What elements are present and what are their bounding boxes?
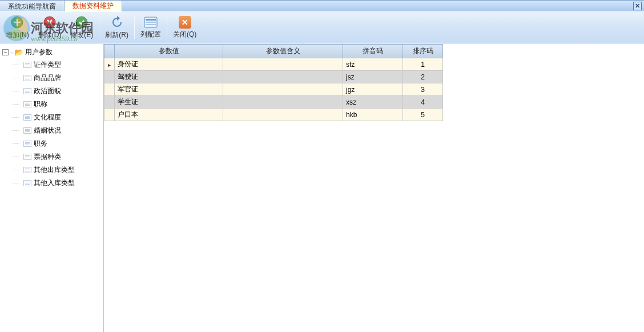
table-row[interactable]: 身份证sfz1 [104, 58, 443, 71]
list-icon [23, 180, 31, 186]
tree-item[interactable]: ┈┈职务 [9, 137, 102, 150]
columns-icon [144, 15, 158, 29]
close-label: 关闭(Q) [173, 30, 196, 39]
refresh-icon [110, 15, 124, 29]
cell-pinyin[interactable]: hkb [343, 109, 403, 121]
cell-param[interactable]: 军官证 [115, 83, 223, 96]
tree-item-label: 文化程度 [34, 113, 61, 122]
cell-sort[interactable]: 1 [403, 58, 443, 71]
main-area: − ··· 📂 用户参数 ┈┈证件类型┈┈商品品牌┈┈政治面貌┈┈职称┈┈文化程… [0, 43, 644, 332]
row-indicator[interactable] [104, 109, 115, 121]
list-icon [23, 114, 31, 121]
cell-param[interactable]: 学生证 [115, 96, 223, 109]
row-indicator[interactable] [104, 71, 115, 83]
tree-item[interactable]: ┈┈证件类型 [9, 58, 102, 71]
tree-root-label: 用户参数 [25, 47, 53, 57]
tree-item-label: 其他入库类型 [34, 178, 75, 188]
row-indicator[interactable] [104, 58, 115, 71]
cell-meaning[interactable] [223, 109, 343, 121]
list-icon [23, 154, 31, 160]
cell-pinyin[interactable]: jsz [343, 71, 403, 83]
tree-item-label: 票据种类 [34, 152, 61, 162]
tree-item-label: 其他出库类型 [34, 165, 75, 175]
delete-button[interactable]: 删除(D) [34, 13, 66, 42]
tree-item-label: 证件类型 [34, 60, 61, 70]
toolbar-separator [167, 16, 167, 39]
cell-sort[interactable]: 5 [403, 109, 443, 121]
svg-rect-6 [146, 24, 156, 25]
delete-icon [43, 15, 57, 29]
cell-pinyin[interactable]: xsz [343, 96, 403, 109]
toolbar-separator [99, 16, 99, 39]
cell-sort[interactable]: 4 [403, 96, 443, 109]
cell-param[interactable]: 身份证 [115, 58, 223, 71]
list-icon [23, 101, 31, 107]
cell-sort[interactable]: 2 [403, 71, 443, 83]
col-header-pinyin[interactable]: 拼音码 [343, 45, 403, 58]
table-row[interactable]: 户口本hkb5 [104, 109, 443, 121]
cell-meaning[interactable] [223, 96, 343, 109]
tree-item-label: 婚姻状况 [34, 126, 61, 135]
edit-button[interactable]: 修改(E) [66, 13, 97, 42]
tab-0[interactable]: 系统功能导航窗 [0, 1, 65, 11]
tree: − ··· 📂 用户参数 ┈┈证件类型┈┈商品品牌┈┈政治面貌┈┈职称┈┈文化程… [0, 44, 103, 192]
table-row[interactable]: 驾驶证jsz2 [104, 71, 443, 83]
list-icon [23, 75, 31, 81]
tree-collapse-icon[interactable]: − [2, 49, 9, 55]
cell-meaning[interactable] [223, 83, 343, 96]
col-header-sort[interactable]: 排序码 [403, 45, 443, 58]
delete-label: 删除(D) [38, 30, 62, 40]
tab-1[interactable]: 数据资料维护 [65, 1, 122, 11]
list-icon [23, 88, 31, 94]
toolbar-separator [134, 16, 135, 39]
list-icon [23, 167, 31, 173]
svg-rect-5 [146, 22, 156, 23]
tree-item[interactable]: ┈┈票据种类 [9, 150, 102, 163]
cell-meaning[interactable] [223, 71, 343, 83]
add-button[interactable]: 增加(N) [2, 13, 33, 42]
cell-meaning[interactable] [223, 58, 343, 71]
content-panel: 参数值 参数值含义 拼音码 排序码 身份证sfz1驾驶证jsz2军官证jgz3学… [104, 44, 644, 332]
col-header-param[interactable]: 参数值 [115, 45, 223, 58]
cell-pinyin[interactable]: jgz [343, 83, 403, 96]
data-grid[interactable]: 参数值 参数值含义 拼音码 排序码 身份证sfz1驾驶证jsz2军官证jgz3学… [104, 44, 443, 121]
table-row[interactable]: 军官证jgz3 [104, 83, 443, 96]
cell-pinyin[interactable]: sfz [343, 58, 403, 71]
add-icon [10, 15, 24, 29]
columns-label: 列配置 [140, 30, 161, 39]
tree-item[interactable]: ┈┈文化程度 [9, 111, 102, 124]
tree-item-label: 职称 [34, 99, 47, 109]
edit-label: 修改(E) [70, 30, 93, 40]
list-icon [23, 141, 31, 147]
col-header-meaning[interactable]: 参数值含义 [223, 45, 343, 58]
add-label: 增加(N) [6, 30, 29, 40]
tree-item[interactable]: ┈┈商品品牌 [9, 71, 102, 85]
tree-item[interactable]: ┈┈其他出库类型 [9, 163, 102, 177]
refresh-label: 刷新(R) [105, 30, 128, 40]
cell-sort[interactable]: 3 [403, 83, 443, 96]
tree-item[interactable]: ┈┈其他入库类型 [9, 177, 102, 190]
tab-close-button[interactable]: ✕ [633, 2, 642, 10]
tree-item[interactable]: ┈┈婚姻状况 [9, 124, 102, 137]
close-icon: ✕ [178, 15, 192, 29]
tree-item-label: 商品品牌 [34, 73, 61, 83]
cell-param[interactable]: 驾驶证 [115, 71, 223, 83]
tree-root[interactable]: − ··· 📂 用户参数 [1, 46, 102, 58]
tree-item[interactable]: ┈┈职称 [9, 98, 102, 111]
tree-item[interactable]: ┈┈政治面貌 [9, 85, 102, 98]
sidebar: − ··· 📂 用户参数 ┈┈证件类型┈┈商品品牌┈┈政治面貌┈┈职称┈┈文化程… [0, 44, 104, 332]
table-row[interactable]: 学生证xsz4 [104, 96, 443, 109]
grid-corner[interactable] [104, 45, 115, 58]
columns-button[interactable]: 列配置 [136, 13, 165, 42]
row-indicator[interactable] [104, 96, 115, 109]
list-icon [23, 127, 31, 134]
tree-item-label: 职务 [34, 139, 47, 149]
list-icon [23, 62, 31, 68]
toolbar: 增加(N) 删除(D) 修改(E) 刷新(R) 列配置 ✕ 关闭(Q) [0, 11, 644, 43]
svg-rect-4 [146, 19, 156, 21]
cell-param[interactable]: 户口本 [115, 109, 223, 121]
refresh-button[interactable]: 刷新(R) [101, 13, 132, 42]
folder-icon: 📂 [14, 48, 23, 57]
row-indicator[interactable] [104, 83, 115, 96]
close-button[interactable]: ✕ 关闭(Q) [169, 13, 200, 42]
